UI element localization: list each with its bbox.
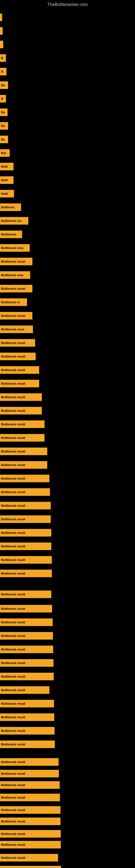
bar-label: Bottleneck result	[1, 856, 25, 859]
bar-item	[0, 27, 3, 35]
bar-label: Bottleneck result	[1, 716, 25, 719]
bar-item: Bottleneck result	[0, 258, 32, 265]
bar-item: Bottleneck result	[0, 590, 51, 598]
bar-item: Bottleneck result	[0, 529, 51, 536]
bar-item: Bo	[0, 108, 8, 116]
bar-label: Bo	[1, 124, 5, 127]
bar-label: Bottleneck result	[1, 260, 25, 263]
bar-item: Bottleneck result	[0, 556, 52, 564]
bar-label: Bottlenec	[1, 206, 14, 209]
bar-label: Bottleneck result	[1, 423, 25, 426]
bar-item: Bottleneck result	[0, 781, 60, 789]
bar-item: Bottleneck result	[0, 713, 54, 721]
bar-label: Bottleneck result	[1, 396, 25, 399]
bar-label: Bottleneck result	[1, 572, 25, 575]
bar-label: Bottleneck result	[1, 796, 25, 799]
bar-item: Bottleneck result	[0, 502, 51, 509]
bar-item: Bottleneck result	[0, 380, 39, 388]
bar-label: Bottleneck result	[1, 661, 25, 664]
bar-item: Bottleneck result	[0, 393, 42, 401]
bar-label: Bottleneck resul	[1, 328, 24, 331]
bar-label: Bottleneck result	[1, 558, 25, 561]
bar-item: Bo	[0, 122, 8, 130]
bar-item: Bottleneck result	[0, 516, 51, 523]
bar-item: Bottleneck result	[0, 434, 45, 442]
bar-item: Bottleneck result	[0, 806, 60, 814]
bar-item: Bottleneck result	[0, 673, 54, 680]
bar-label: Bottleneck result	[1, 648, 25, 651]
bar-label: Bottleneck result	[1, 436, 25, 439]
bar-label: Bottleneck result	[1, 531, 25, 534]
bar-label: Bottleneck result	[1, 314, 25, 317]
bar-item: B	[0, 68, 6, 75]
bar-label: Bottleneck result	[1, 783, 25, 786]
bar-item: Bottleneck result	[0, 312, 32, 319]
bar-label: Bottleneck result	[1, 477, 25, 480]
bar-item: Bottleneck result	[0, 632, 53, 640]
bar-item: Bot	[0, 149, 10, 157]
bar-item: Bottleneck result	[0, 407, 42, 414]
bar-label: Bottleneck	[1, 233, 16, 236]
bar-label: Bottleneck result	[1, 341, 25, 344]
bar-label: Bo	[1, 138, 5, 141]
bar-label: Bo	[1, 84, 5, 87]
bar-item: Bottleneck result	[0, 830, 61, 838]
bar-item: Bottleneck result	[0, 605, 52, 613]
bar-item: Bottl	[0, 176, 13, 184]
bar-label: Bottleneck result	[1, 382, 25, 385]
bar-label: B	[1, 56, 3, 60]
bar-item: Bottleneck result	[0, 794, 60, 801]
bar-label: Bottl	[1, 165, 8, 168]
bar-label: Bottleneck result	[1, 634, 25, 638]
bar-item: Bottleneck result	[0, 352, 36, 360]
bar-label: Bottleneck resu	[1, 246, 24, 250]
bar-item: Bottl	[0, 190, 14, 197]
bar-item: Bottleneck result	[0, 447, 47, 455]
bar-item	[0, 13, 2, 21]
bar-item: Bottleneck result	[0, 817, 60, 825]
bar-label: Bottleneck result	[1, 743, 25, 746]
bar-item: Bottleneck	[0, 230, 22, 238]
bar-item: Bottleneck result	[0, 488, 50, 496]
bar-item: Bottleneck result	[0, 646, 53, 653]
bar-item: Bottleneck resul	[0, 326, 33, 333]
bar-item: B	[0, 95, 6, 102]
bar-item: Bottleneck result	[0, 659, 53, 667]
bar-item: Bottleneck result	[0, 758, 58, 766]
bar-label: Bottleneck result	[1, 287, 25, 290]
bar-item: Bottleneck result	[0, 542, 51, 550]
bar-item: Bottleneck result	[0, 475, 49, 482]
bar-item: Bottleneck result	[0, 421, 45, 428]
bar-label: Bottleneck result	[1, 409, 25, 412]
bar-label: Bottleneck res	[1, 219, 21, 222]
bar-item: Bottleneck resu	[0, 244, 30, 252]
bar-item: Bottleneck result	[0, 700, 54, 707]
bar-item: Bottleneck result	[0, 741, 55, 748]
bar-label: Bottleneck result	[1, 463, 25, 467]
bar-label: Bottl	[1, 179, 8, 182]
bar-label: Bottleneck result	[1, 843, 25, 846]
bar-label: Bottleneck result	[1, 760, 25, 764]
bar-label: Bottleneck result	[1, 772, 25, 775]
bar-item: Bottleneck result	[0, 461, 47, 469]
bar-item: Bottleneck result	[0, 366, 39, 374]
bar-item: Bottleneck result	[0, 339, 35, 347]
bar-item: Bottleneck result	[0, 686, 49, 694]
bar-label: Bottleneck result	[1, 355, 25, 358]
bar-item: Bottleneck result	[0, 618, 53, 626]
bar-item: Bottleneck res	[0, 217, 28, 225]
bar-item: Bottleneck resu	[0, 271, 30, 279]
bar-label: Bottleneck result	[1, 688, 25, 692]
bar-label: Bottleneck result	[1, 545, 25, 548]
bar-item	[0, 41, 3, 48]
bar-label: Bottleneck result	[1, 450, 25, 453]
bar-label: Bottleneck result	[1, 593, 25, 596]
bar-item: Bo	[0, 135, 8, 143]
bar-label: B	[1, 70, 3, 73]
bar-label: Bottleneck result	[1, 607, 25, 610]
bar-item: Bo	[0, 82, 8, 89]
bar-label: Bo	[1, 111, 5, 114]
bar-label: Bottleneck result	[1, 702, 25, 705]
bar-label: Bottleneck result	[1, 820, 25, 823]
bar-item: Bottleneck result	[0, 841, 61, 848]
